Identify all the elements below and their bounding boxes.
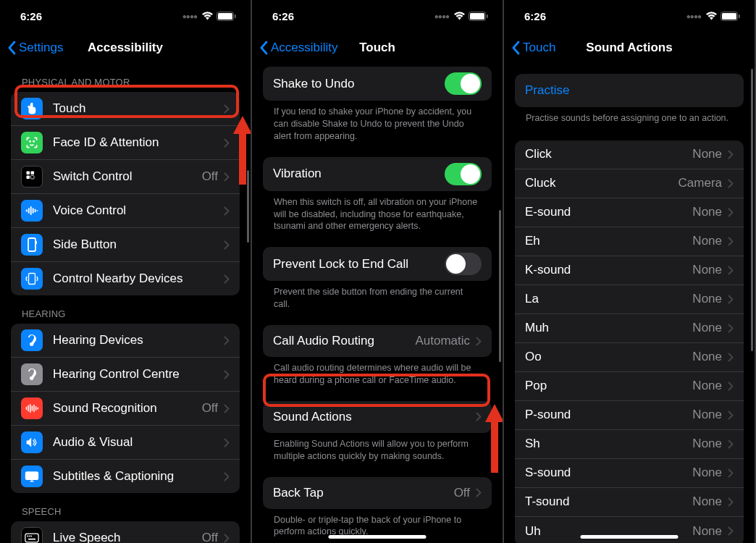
list-item[interactable]: E-soundNone <box>515 198 744 227</box>
back-button[interactable]: Touch <box>511 41 555 55</box>
back-button[interactable]: Settings <box>7 41 63 55</box>
row-audio-routing[interactable]: Call Audio Routing Automatic <box>263 325 492 357</box>
cellular-icon: ●●●● <box>434 12 449 20</box>
group-audio-routing: Call Audio Routing Automatic <box>263 325 492 357</box>
home-indicator <box>329 535 427 539</box>
content-scroll[interactable]: Practise Practise sounds before assignin… <box>504 64 755 543</box>
list-item[interactable]: Touch <box>11 92 240 126</box>
nav-title: Touch <box>359 41 395 55</box>
group-sounds: ClickNoneCluckCameraE-soundNoneEhNoneK-s… <box>515 140 744 543</box>
row-icon <box>21 234 43 256</box>
status-bar: 6:26 ●●●● <box>252 0 503 32</box>
wifi-icon <box>453 12 466 20</box>
status-bar: 6:26 ●●●● <box>0 0 251 32</box>
list-item[interactable]: P-soundNone <box>515 401 744 430</box>
row-label: Switch Control <box>53 169 202 184</box>
row-icon <box>21 98 43 119</box>
chevron-right-icon <box>728 468 734 478</box>
chevron-right-icon <box>728 295 734 304</box>
list-item[interactable]: Voice Control <box>11 194 240 228</box>
svg-point-4 <box>33 141 34 142</box>
row-value: None <box>692 205 722 219</box>
list-item[interactable]: EhNone <box>515 227 744 256</box>
practise-label: Practise <box>525 83 569 97</box>
chevron-left-icon <box>7 41 16 55</box>
svg-rect-12 <box>33 208 34 214</box>
list-item[interactable]: CluckCamera <box>515 169 744 198</box>
status-right: ●●●● <box>182 12 236 21</box>
group-back-tap: Back Tap Off <box>263 477 492 509</box>
svg-rect-15 <box>28 238 35 251</box>
chevron-right-icon <box>476 412 482 421</box>
group-physical: TouchFace ID & AttentionSwitch ControlOf… <box>11 92 240 295</box>
row-value: None <box>692 408 722 422</box>
svg-rect-42 <box>722 13 736 20</box>
chevron-right-icon <box>728 266 734 275</box>
row-icon <box>21 329 43 351</box>
svg-rect-6 <box>31 172 35 175</box>
list-item[interactable]: Control Nearby Devices <box>11 262 240 295</box>
battery-icon <box>217 12 236 21</box>
list-item[interactable]: S-soundNone <box>515 459 744 488</box>
list-item[interactable]: OoNone <box>515 343 744 372</box>
list-item[interactable]: Side Button <box>11 228 240 262</box>
list-item[interactable]: MuhNone <box>515 314 744 343</box>
toggle-prevent-lock[interactable] <box>445 253 482 275</box>
chevron-right-icon <box>224 138 230 148</box>
content-scroll[interactable]: PHYSICAL AND MOTOR TouchFace ID & Attent… <box>0 64 251 543</box>
list-item[interactable]: Switch ControlOff <box>11 160 240 194</box>
list-item[interactable]: LaNone <box>515 285 744 314</box>
list-item[interactable]: Hearing Devices <box>11 324 240 358</box>
list-item[interactable]: Audio & Visual <box>11 426 240 460</box>
list-item[interactable]: ShNone <box>515 430 744 459</box>
list-item[interactable]: Sound RecognitionOff <box>11 392 240 426</box>
section-header-physical: PHYSICAL AND MOTOR <box>0 64 251 92</box>
row-practise[interactable]: Practise <box>515 74 744 107</box>
wifi-icon <box>705 12 718 20</box>
row-sound-actions[interactable]: Sound Actions <box>263 401 492 433</box>
chevron-left-icon <box>511 41 520 55</box>
nav-bar: Accessibility Touch <box>252 32 503 64</box>
chevron-right-icon <box>476 488 482 497</box>
row-value: None <box>692 466 722 480</box>
row-label: Eh <box>525 234 692 248</box>
svg-rect-1 <box>218 13 232 20</box>
toggle-shake[interactable] <box>445 72 482 95</box>
list-item[interactable]: Hearing Control Centre <box>11 358 240 392</box>
nav-bar: Touch Sound Actions <box>504 32 755 64</box>
chevron-right-icon <box>728 411 734 420</box>
svg-rect-17 <box>29 274 35 285</box>
content-scroll[interactable]: Shake to Undo If you tend to shake your … <box>252 64 503 543</box>
list-item[interactable]: T-soundNone <box>515 488 744 517</box>
svg-rect-22 <box>33 405 35 413</box>
row-label: Audio & Visual <box>53 435 224 450</box>
list-item[interactable]: UhNone <box>515 517 744 543</box>
back-button[interactable]: Accessibility <box>259 41 338 55</box>
chevron-right-icon <box>728 497 734 507</box>
chevron-right-icon <box>728 150 734 159</box>
row-prevent-lock[interactable]: Prevent Lock to End Call <box>263 247 492 281</box>
chevron-right-icon <box>224 274 230 284</box>
svg-rect-24 <box>38 408 39 410</box>
list-item[interactable]: Face ID & Attention <box>11 126 240 160</box>
svg-rect-7 <box>27 176 30 180</box>
back-label: Touch <box>523 41 555 55</box>
footer-shake: If you tend to shake your iPhone by acci… <box>252 101 503 146</box>
row-label: Pop <box>525 379 692 393</box>
row-vibration[interactable]: Vibration <box>263 157 492 191</box>
row-label: Side Button <box>53 237 224 252</box>
list-item[interactable]: Live SpeechOff <box>11 521 240 543</box>
toggle-vibration[interactable] <box>445 163 482 185</box>
list-item[interactable]: PopNone <box>515 372 744 401</box>
svg-rect-23 <box>35 406 37 411</box>
chevron-right-icon <box>224 336 230 345</box>
row-label: Back Tap <box>273 486 454 500</box>
list-item[interactable]: ClickNone <box>515 140 744 169</box>
row-shake-to-undo[interactable]: Shake to Undo <box>263 67 492 101</box>
svg-rect-27 <box>27 536 28 537</box>
svg-rect-28 <box>29 536 30 537</box>
list-item[interactable]: Subtitles & Captioning <box>11 460 240 493</box>
scroll-indicator <box>499 210 501 362</box>
row-back-tap[interactable]: Back Tap Off <box>263 477 492 509</box>
list-item[interactable]: K-soundNone <box>515 256 744 285</box>
